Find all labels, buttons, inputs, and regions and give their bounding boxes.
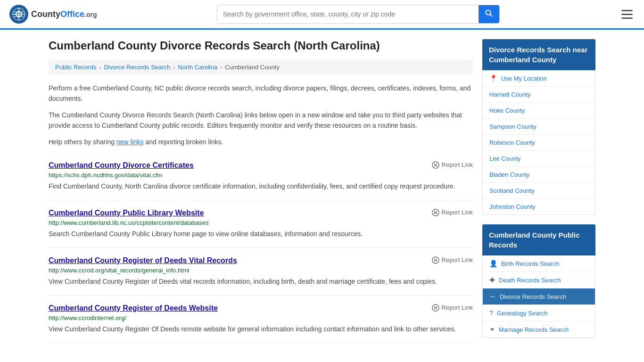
sidebar-nearby-header: Divorce Records Search near Cumberland C… [482,39,595,70]
sidebar-nearby-item-1[interactable]: Harnett County [483,87,595,103]
report-icon-2 [432,256,439,264]
sidebar-nearby-link-2[interactable]: Hoke County [489,107,525,114]
result-title-2[interactable]: Cumberland County Register of Deeds Vita… [49,256,237,265]
result-item: Cumberland County Register of Deeds Vita… [49,248,473,296]
report-icon-1 [432,209,439,216]
sidebar-nearby-item-4[interactable]: Robeson County [483,135,595,151]
sidebar-public-records-list: 👤Birth Records Search✚Death Records Sear… [482,255,595,338]
breadcrumb: Public Records › Divorce Records Search … [49,60,473,74]
pr-icon-3: ? [489,309,493,317]
result-item: Cumberland County Register of Deeds Webs… [49,296,473,343]
sidebar-pr-link-1[interactable]: Death Records Search [499,277,561,284]
description-para1: Perform a free Cumberland County, NC pub… [49,83,473,104]
pr-icon-2: ↔ [489,293,496,300]
report-link-2[interactable]: Report Link [432,256,473,264]
report-link-1[interactable]: Report Link [432,209,473,216]
sidebar-nearby-item-3[interactable]: Sampson County [483,119,595,135]
sidebar-nearby-item-0[interactable]: 📍Use My Location [483,70,595,87]
sidebar-pr-item-1[interactable]: ✚Death Records Search [483,272,595,288]
sidebar-pr-link-3[interactable]: Genealogy Search [497,310,548,317]
hamburger-icon [621,17,633,19]
sidebar-nearby-link-3[interactable]: Sampson County [489,123,537,130]
logo[interactable]: CountyOffice.org [9,5,97,24]
sidebar-pr-link-4[interactable]: Marriage Records Search [499,326,569,333]
pr-icon-4: ⚭ [489,326,495,333]
search-area [217,5,500,24]
search-input[interactable] [217,5,479,23]
sidebar-pr-link-0[interactable]: Birth Records Search [501,260,560,267]
location-icon: 📍 [489,74,497,82]
sidebar-pr-item-4[interactable]: ⚭Marriage Records Search [483,321,595,337]
result-title-1[interactable]: Cumberland County Public Library Website [49,209,204,217]
sidebar-nearby-link-5[interactable]: Lee County [489,155,521,162]
sidebar-nearby-section: Divorce Records Search near Cumberland C… [482,39,595,215]
result-title-0[interactable]: Cumberland County Divorce Certificates [49,161,194,170]
sidebar-public-records-section: Cumberland County Public Records 👤Birth … [482,224,595,338]
sidebar-nearby-item-7[interactable]: Scotland County [483,183,595,199]
result-url-0[interactable]: https://schs.dph.ncdhhs.gov/data/vital.c… [49,172,473,179]
breadcrumb-link-public-records[interactable]: Public Records [55,64,96,71]
result-url-1[interactable]: http://www.cumberland.lib.nc.us/ccplsite… [49,219,473,226]
sidebar-nearby-link-7[interactable]: Scotland County [489,187,534,194]
sidebar-nearby-link-1[interactable]: Harnett County [489,91,530,98]
sidebar-public-records-header: Cumberland County Public Records [482,224,595,255]
breadcrumb-current: Cumberland County [225,64,280,71]
sidebar-pr-link-2[interactable]: Divorce Records Search [500,293,566,300]
sidebar-nearby-item-2[interactable]: Hoke County [483,103,595,119]
sidebar-nearby-link-6[interactable]: Bladen County [489,171,529,178]
report-icon-0 [432,161,439,169]
report-link-0[interactable]: Report Link [432,161,473,169]
search-wrapper [217,5,500,24]
logo-icon [9,5,28,24]
result-item: Cumberland County Divorce Certificates R… [49,153,473,200]
breadcrumb-sep: › [173,64,175,71]
new-links-link[interactable]: new links [116,138,144,146]
report-icon-3 [432,304,439,312]
result-desc-2: View Cumberland County Register of Deeds… [49,277,473,287]
result-desc-0: Find Cumberland County, North Carolina d… [49,181,473,191]
sidebar-nearby-item-8[interactable]: Johnston County [483,199,595,214]
search-button[interactable] [479,5,499,23]
pr-icon-1: ✚ [489,276,495,284]
description-para2: The Cumberland County Divorce Records Se… [49,110,473,131]
result-desc-1: Search Cumberland County Public Library … [49,229,473,239]
page-title: Cumberland County Divorce Records Search… [49,39,473,52]
results-container: Cumberland County Divorce Certificates R… [49,153,473,343]
pr-icon-0: 👤 [489,260,497,267]
description-para3: Help others by sharing new links and rep… [49,137,473,147]
breadcrumb-link-divorce[interactable]: Divorce Records Search [104,64,170,71]
sidebar: Divorce Records Search near Cumberland C… [482,39,595,347]
logo-text: CountyOffice.org [31,9,97,19]
result-url-2[interactable]: http://www.ccrod.org/vital_records/gener… [49,267,473,274]
sidebar-nearby-list: 📍Use My LocationHarnett CountyHoke Count… [482,70,595,215]
menu-button[interactable] [619,8,635,21]
sidebar-pr-item-3[interactable]: ?Genealogy Search [483,305,595,321]
sidebar-pr-item-0[interactable]: 👤Birth Records Search [483,255,595,272]
svg-point-4 [486,10,490,15]
sidebar-nearby-link-8[interactable]: Johnston County [489,203,536,210]
sidebar-nearby-item-6[interactable]: Bladen County [483,167,595,183]
result-desc-3: View Cumberland County Register Of Deeds… [49,324,473,334]
breadcrumb-sep: › [99,64,101,71]
result-url-3[interactable]: http://www.ccrodinternet.org/ [49,314,473,321]
sidebar-pr-item-2[interactable]: ↔Divorce Records Search [483,288,595,305]
hamburger-icon [621,10,633,11]
report-link-3[interactable]: Report Link [432,304,473,312]
hamburger-icon [621,14,633,15]
svg-line-5 [490,15,492,17]
result-item: Cumberland County Public Library Website… [49,200,473,248]
breadcrumb-sep: › [220,64,222,71]
breadcrumb-link-nc[interactable]: North Carolina [178,64,217,71]
sidebar-nearby-link-0[interactable]: Use My Location [501,75,547,82]
result-title-3[interactable]: Cumberland County Register of Deeds Webs… [49,304,218,313]
sidebar-nearby-item-5[interactable]: Lee County [483,151,595,167]
sidebar-nearby-link-4[interactable]: Robeson County [489,139,535,146]
